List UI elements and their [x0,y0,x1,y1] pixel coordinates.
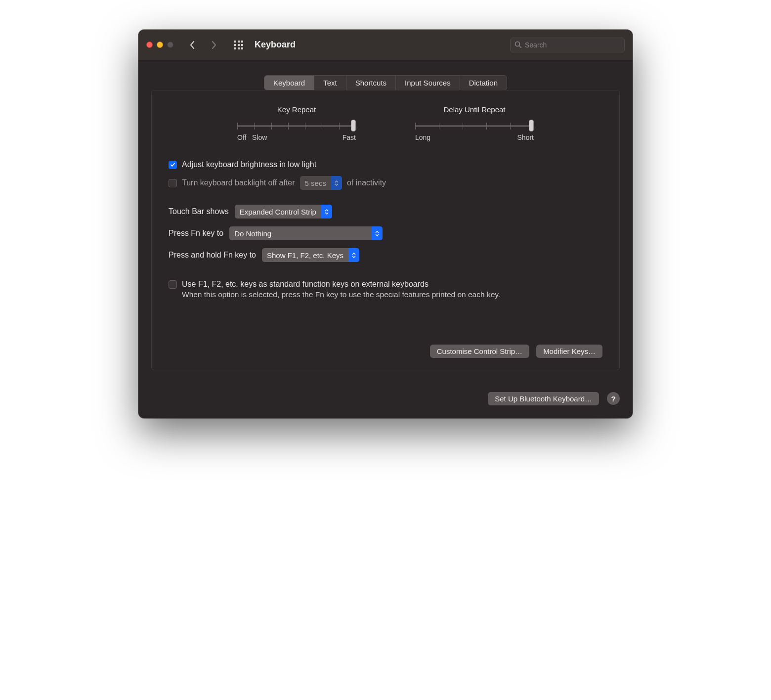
svg-rect-3 [234,44,236,46]
key-repeat-slider-block: Key Repeat Off [237,105,356,141]
touchbar-shows-popup[interactable]: Expanded Control Strip [235,205,332,219]
adjust-brightness-checkbox[interactable] [169,161,177,169]
titlebar: Keyboard [138,30,633,60]
minimize-window-button[interactable] [157,42,163,48]
delay-title: Delay Until Repeat [415,105,534,114]
window-footer: Set Up Bluetooth Keyboard… ? [138,382,633,418]
show-all-icon[interactable] [230,36,248,54]
press-fn-value: Do Nothing [234,229,372,238]
delay-slider-block: Delay Until Repeat Long Short [415,105,534,141]
search-field-wrap[interactable] [510,38,625,52]
tab-shortcuts[interactable]: Shortcuts [346,76,396,90]
preferences-window: Keyboard Keyboard Text Shortcuts Input S… [138,30,633,418]
tab-input-sources[interactable]: Input Sources [396,76,460,90]
chevron-updown-icon [348,248,359,262]
touchbar-shows-value: Expanded Control Strip [240,208,321,216]
zoom-window-button[interactable] [167,42,173,48]
press-fn-popup[interactable]: Do Nothing [229,226,383,240]
forward-button[interactable] [205,36,223,54]
close-window-button[interactable] [146,42,153,48]
chevron-updown-icon [372,226,383,240]
nav-arrows [183,36,223,54]
tab-keyboard[interactable]: Keyboard [264,76,314,90]
tab-bar: Keyboard Text Shortcuts Input Sources Di… [264,75,507,90]
search-input[interactable] [525,41,620,49]
modifier-keys-button[interactable]: Modifier Keys… [536,345,602,358]
svg-line-10 [519,46,521,48]
hold-fn-label: Press and hold Fn key to [169,251,256,260]
svg-rect-2 [241,41,243,43]
backlight-off-prefix: Turn keyboard backlight off after [182,178,295,187]
search-icon [514,41,522,48]
hold-fn-popup[interactable]: Show F1, F2, etc. Keys [262,248,359,262]
key-repeat-off-label: Off [237,133,246,141]
delay-slider[interactable] [415,121,534,131]
window-title: Keyboard [255,40,296,50]
delay-long-label: Long [415,133,430,141]
window-controls [146,42,173,48]
hold-fn-value: Show F1, F2, etc. Keys [267,251,348,260]
svg-rect-6 [234,47,236,49]
delay-short-label: Short [517,133,534,141]
svg-rect-4 [238,44,240,46]
backlight-off-popup[interactable]: 5 secs [300,176,342,190]
backlight-off-checkbox[interactable] [169,179,177,187]
tab-dictation[interactable]: Dictation [460,76,507,90]
svg-rect-5 [241,44,243,46]
use-fkeys-description: When this option is selected, press the … [182,290,557,300]
customise-control-strip-button[interactable]: Customise Control Strip… [430,345,529,358]
svg-rect-8 [241,47,243,49]
adjust-brightness-label: Adjust keyboard brightness in low light [182,160,316,169]
svg-rect-1 [238,41,240,43]
backlight-off-suffix: of inactivity [347,178,386,187]
tab-text[interactable]: Text [314,76,346,90]
help-button[interactable]: ? [607,392,620,405]
key-repeat-slow-label: Slow [252,133,267,141]
press-fn-label: Press Fn key to [169,229,223,238]
svg-rect-0 [234,41,236,43]
chevron-updown-icon [331,176,342,190]
svg-rect-7 [238,47,240,49]
content: Keyboard Text Shortcuts Input Sources Di… [138,60,633,382]
back-button[interactable] [183,36,201,54]
use-fkeys-checkbox[interactable] [169,280,177,289]
use-fkeys-label: Use F1, F2, etc. keys as standard functi… [182,280,428,289]
chevron-updown-icon [321,205,332,219]
key-repeat-title: Key Repeat [237,105,356,114]
touchbar-shows-label: Touch Bar shows [169,207,229,216]
backlight-off-value: 5 secs [305,179,331,187]
setup-bluetooth-keyboard-button[interactable]: Set Up Bluetooth Keyboard… [488,392,599,405]
key-repeat-fast-label: Fast [343,133,356,141]
keyboard-panel: Key Repeat Off [151,90,620,370]
key-repeat-slider[interactable] [237,121,356,131]
